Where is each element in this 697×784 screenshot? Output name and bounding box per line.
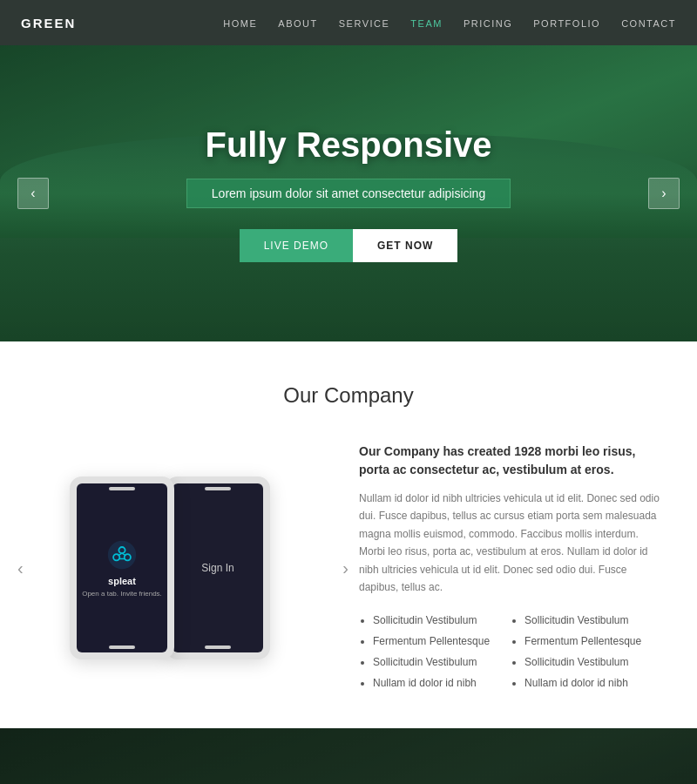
hero-section: ‹ › Fully Responsive Lorem ipsum dolor s…: [0, 45, 697, 341]
list-item: Sollicitudin Vestibulum: [524, 652, 641, 672]
nav-links: HOME ABOUT SERVICE TEAM PRICING PORTFOLI…: [223, 15, 676, 30]
company-section-title: Our Company: [35, 383, 662, 408]
phones-container: spleat Open a tab. Invite friends. Sign …: [35, 463, 314, 672]
nav-link-team[interactable]: TEAM: [410, 18, 443, 29]
phone-screen-2: Sign In: [173, 483, 263, 652]
list-item: Sollicitudin Vestibulum: [373, 610, 490, 631]
company-heading: Our Company has created 1928 morbi leo r…: [359, 443, 662, 479]
get-now-button[interactable]: GET NOW: [353, 229, 457, 262]
app-name-label: spleat: [108, 576, 136, 586]
nav-item-team[interactable]: TEAM: [410, 15, 443, 30]
chevron-left-icon: ‹: [30, 186, 35, 201]
company-section: Our Company ‹: [0, 341, 697, 728]
company-lists: Sollicitudin Vestibulum Fermentum Pellen…: [359, 610, 662, 693]
app-tagline-label: Open a tab. Invite friends.: [82, 590, 162, 598]
list-item: Nullam id dolor id nibh: [524, 672, 641, 693]
company-paragraph: Nullam id dolor id nibh ultricies vehicu…: [359, 490, 662, 596]
live-demo-button[interactable]: LIVE DEMO: [240, 229, 353, 262]
list-item: Nullam id dolor id nibh: [373, 672, 490, 693]
dark-section-content: Nunc velit risus, dapibus non interdum q…: [0, 781, 697, 784]
phone-screen-1: spleat Open a tab. Invite friends.: [77, 483, 167, 652]
nav-link-service[interactable]: SERVICE: [339, 18, 390, 29]
phones-next-button[interactable]: ›: [342, 558, 348, 578]
hero-buttons: LIVE DEMO GET NOW: [186, 229, 511, 262]
nav-item-portfolio[interactable]: PORTFOLIO: [533, 15, 600, 30]
hero-prev-button[interactable]: ‹: [17, 178, 49, 209]
list-item: Sollicitudin Vestibulum: [524, 610, 641, 631]
nav-item-home[interactable]: HOME: [223, 15, 257, 30]
nav-link-portfolio[interactable]: PORTFOLIO: [533, 18, 600, 29]
hero-subtitle: Lorem ipsum dolor sit amet consectetur a…: [186, 179, 511, 208]
company-list-1: Sollicitudin Vestibulum Fermentum Pellen…: [359, 610, 490, 693]
nav-item-service[interactable]: SERVICE: [339, 15, 390, 30]
hero-title: Fully Responsive: [186, 125, 511, 165]
dark-section-overlay: [0, 728, 697, 784]
site-logo: GREEN: [21, 16, 76, 30]
nav-item-contact[interactable]: CONTACT: [621, 15, 676, 30]
company-text: Our Company has created 1928 morbi leo r…: [359, 443, 662, 693]
nav-item-pricing[interactable]: PRICING: [464, 15, 512, 30]
phones-prev-button[interactable]: ‹: [17, 558, 24, 578]
phone-mockup-1: spleat Open a tab. Invite friends.: [70, 476, 174, 659]
nav-link-about[interactable]: ABOUT: [278, 18, 317, 29]
dark-section: Nunc velit risus, dapibus non interdum q…: [0, 728, 697, 784]
list-item: Fermentum Pellentesque: [524, 631, 641, 652]
list-item: Sollicitudin Vestibulum: [373, 652, 490, 672]
chevron-right-icon: ›: [661, 186, 666, 201]
nav-link-contact[interactable]: CONTACT: [621, 18, 676, 29]
nav-link-home[interactable]: HOME: [223, 18, 257, 29]
phone2-signin-label: Sign In: [201, 562, 233, 574]
phones-slider: ‹: [35, 463, 331, 672]
list-item: Fermentum Pellentesque: [373, 631, 490, 652]
nav-item-about[interactable]: ABOUT: [278, 15, 317, 30]
phone-mockup-2: Sign In: [166, 476, 270, 659]
hero-content: Fully Responsive Lorem ipsum dolor sit a…: [186, 125, 511, 262]
company-list-2: Sollicitudin Vestibulum Fermentum Pellen…: [511, 610, 641, 693]
svg-point-0: [108, 540, 136, 568]
nav-link-pricing[interactable]: PRICING: [464, 18, 512, 29]
navbar: GREEN HOME ABOUT SERVICE TEAM PRICING PO…: [0, 0, 697, 45]
hero-next-button[interactable]: ›: [648, 178, 680, 209]
spleat-logo-icon: [106, 539, 138, 571]
company-content: ‹: [35, 443, 662, 693]
